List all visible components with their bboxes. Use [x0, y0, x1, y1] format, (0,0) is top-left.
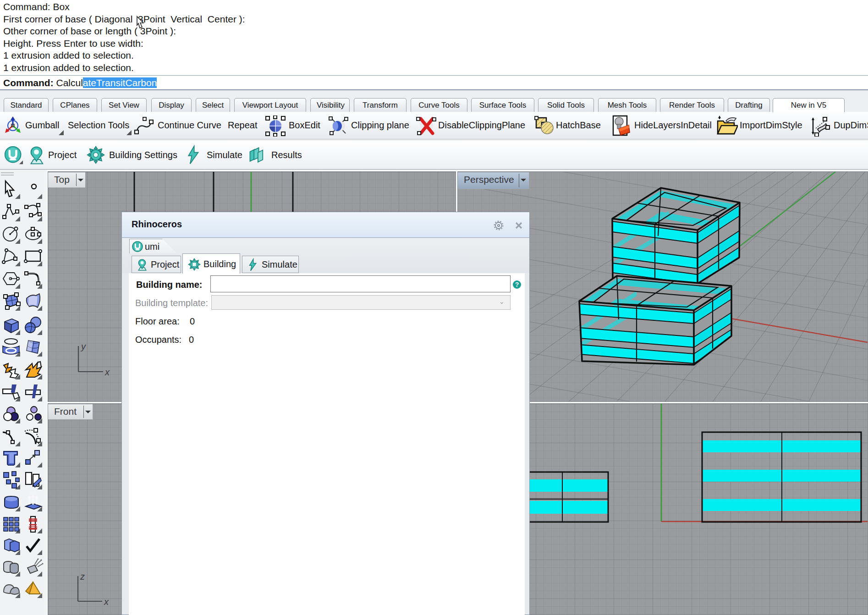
svg-text:x: x [104, 597, 109, 607]
svg-text:x: x [104, 367, 110, 377]
svg-text:z: z [80, 571, 85, 582]
svg-text:y: y [80, 341, 86, 351]
